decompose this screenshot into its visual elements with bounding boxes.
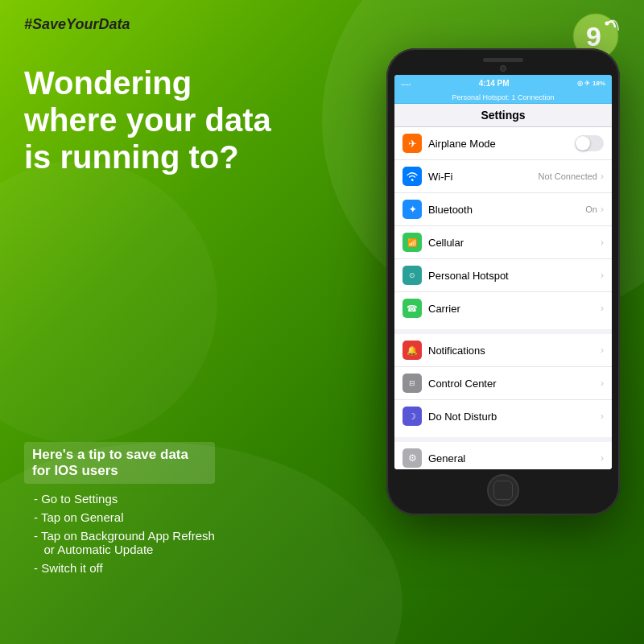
headline-line1: Wondering xyxy=(24,65,192,101)
general-label: General xyxy=(428,452,601,464)
home-button-inner xyxy=(493,481,513,500)
dnd-chevron: › xyxy=(601,411,604,422)
settings-group-general: ⚙ General › AA Display & Brightness › xyxy=(394,437,612,469)
tip-item: Switch it off xyxy=(24,561,215,575)
wifi-value: Not Connected xyxy=(539,171,597,181)
bluetooth-chevron: › xyxy=(601,204,604,215)
control-center-icon: ⊟ xyxy=(402,374,422,393)
cellular-label: Cellular xyxy=(428,237,601,249)
tip-item: Tap on General xyxy=(24,510,215,524)
airplane-icon: ✈ xyxy=(402,134,422,153)
control-center-label: Control Center xyxy=(428,378,601,390)
notifications-icon: 🔔 xyxy=(402,341,422,360)
headline-line2: where your data xyxy=(24,102,271,138)
phone-camera xyxy=(500,65,506,72)
bluetooth-value: On xyxy=(585,204,597,214)
toggle-knob xyxy=(576,136,590,151)
settings-row-notifications[interactable]: 🔔 Notifications › xyxy=(394,334,612,367)
svg-point-3 xyxy=(411,179,413,180)
cellular-chevron: › xyxy=(601,237,604,248)
settings-title: Settings xyxy=(394,104,612,127)
dnd-label: Do Not Disturb xyxy=(428,411,601,423)
general-chevron: › xyxy=(601,452,604,464)
phone-screen: ..... 4:14 PM ◎ ✈ 18% Personal Hotspot: … xyxy=(394,75,612,469)
settings-row-control-center[interactable]: ⊟ Control Center › xyxy=(394,367,612,400)
carrier-label: Carrier xyxy=(428,303,601,315)
svg-point-2 xyxy=(605,22,609,26)
hotspot-chevron: › xyxy=(601,270,604,281)
wifi-chevron: › xyxy=(601,171,604,182)
hotspot-bar: Personal Hotspot: 1 Connection xyxy=(394,91,612,104)
wifi-icon xyxy=(402,167,422,186)
hashtag: #SaveYourData xyxy=(24,16,130,33)
settings-row-dnd[interactable]: ☽ Do Not Disturb › xyxy=(394,400,612,432)
decoration-wave3 xyxy=(0,161,217,443)
tip-item: Go to Settings xyxy=(24,492,215,506)
phone-home-button[interactable] xyxy=(487,474,519,506)
settings-list: ✈ Airplane Mode xyxy=(394,127,612,469)
settings-row-bluetooth[interactable]: ✦ Bluetooth On › xyxy=(394,193,612,226)
settings-row-airplane[interactable]: ✈ Airplane Mode xyxy=(394,127,612,160)
settings-group-notifications: 🔔 Notifications › ⊟ Control Center › ☽ D… xyxy=(394,329,612,432)
bluetooth-icon: ✦ xyxy=(402,200,422,219)
settings-row-wifi[interactable]: Wi-Fi Not Connected › xyxy=(394,160,612,193)
settings-group-network: ✈ Airplane Mode xyxy=(394,127,612,324)
tips-heading: Here's a tip to save datafor IOS users xyxy=(24,442,215,484)
hotspot-icon: ⊙ xyxy=(402,266,422,285)
wifi-label: Wi-Fi xyxy=(428,171,539,183)
settings-row-carrier[interactable]: ☎ Carrier › xyxy=(394,292,612,324)
background: #SaveYourData 9 mobile Wondering where y… xyxy=(0,0,644,644)
airplane-label: Airplane Mode xyxy=(428,138,575,150)
notifications-chevron: › xyxy=(601,345,604,356)
headline-line3: is running to? xyxy=(24,139,239,175)
notifications-label: Notifications xyxy=(428,345,601,357)
dnd-icon: ☽ xyxy=(402,407,422,426)
cellular-icon: 📶 xyxy=(402,233,422,252)
carrier-icon: ☎ xyxy=(402,299,422,318)
hotspot-label: Personal Hotspot xyxy=(428,270,601,282)
settings-row-hotspot[interactable]: ⊙ Personal Hotspot › xyxy=(394,259,612,292)
phone-speaker xyxy=(483,58,523,62)
signal-dots: ..... xyxy=(401,79,411,87)
status-right: ◎ ✈ 18% xyxy=(577,80,605,87)
control-center-chevron: › xyxy=(601,378,604,389)
status-signal: ..... xyxy=(401,79,411,87)
phone-mockup: ..... 4:14 PM ◎ ✈ 18% Personal Hotspot: … xyxy=(386,48,620,515)
status-bar: ..... 4:14 PM ◎ ✈ 18% xyxy=(394,75,612,91)
tip-item: Tap on Background App Refresh or Automat… xyxy=(24,529,215,556)
status-icons: ◎ ✈ xyxy=(577,80,590,87)
battery-level: 18% xyxy=(592,80,605,87)
carrier-chevron: › xyxy=(601,303,604,314)
airplane-toggle[interactable] xyxy=(575,135,604,151)
phone-body: ..... 4:14 PM ◎ ✈ 18% Personal Hotspot: … xyxy=(386,48,620,515)
status-time: 4:14 PM xyxy=(479,79,510,88)
bluetooth-label: Bluetooth xyxy=(428,204,585,216)
tips-list: Go to Settings Tap on General Tap on Bac… xyxy=(24,492,215,575)
tips-section: Here's a tip to save datafor IOS users G… xyxy=(24,442,215,580)
settings-row-cellular[interactable]: 📶 Cellular › xyxy=(394,226,612,259)
settings-row-general[interactable]: ⚙ General › xyxy=(394,442,612,469)
headline: Wondering where your data is running to? xyxy=(24,64,271,175)
svg-text:9: 9 xyxy=(586,21,601,52)
general-icon: ⚙ xyxy=(402,448,422,468)
